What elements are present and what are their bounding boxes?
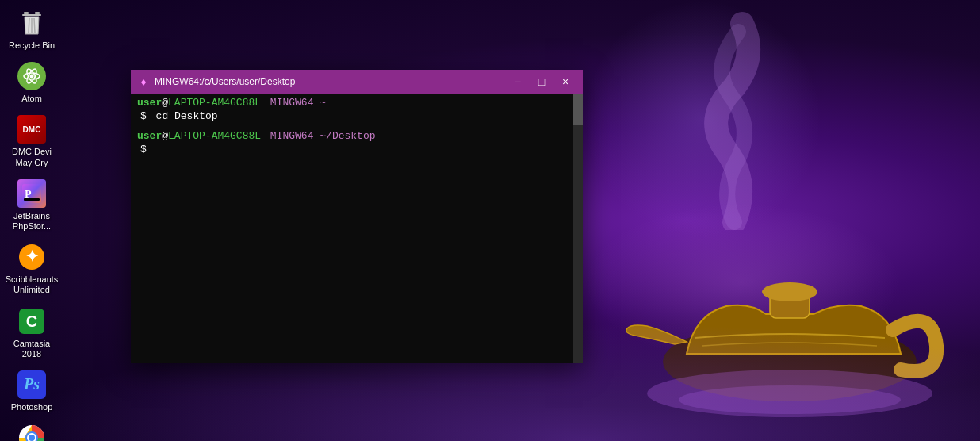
svg-rect-5	[24, 12, 29, 14]
terminal-window: ♦ MINGW64:/c/Users/user/Desktop − □ × us…	[131, 70, 583, 363]
svg-rect-6	[35, 12, 40, 14]
svg-rect-7	[22, 14, 41, 16]
minimize-button[interactable]: −	[507, 73, 529, 90]
desktop-icon-atom[interactable]: Atom	[2, 57, 62, 107]
atom-icon	[16, 60, 48, 92]
terminal-cmd-1: cd Desktop	[150, 110, 218, 122]
svg-point-14	[30, 75, 34, 79]
recycle-bin-label: Recycle Bin	[9, 40, 55, 51]
desktop-icon-camtasia[interactable]: C Camtasia 2018	[2, 302, 62, 362]
terminal-cursor	[150, 144, 156, 155]
svg-line-8	[29, 18, 29, 33]
terminal-prompt-2: $	[140, 144, 147, 155]
terminal-prompt-1: $	[140, 110, 147, 122]
svg-text:✦: ✦	[25, 247, 39, 265]
titlebar-controls: − □ ×	[507, 73, 576, 90]
desktop-icons-area: Recycle Bin Atom DMC DMC Devi May Cry	[0, 0, 63, 441]
terminal-scrollbar[interactable]	[573, 94, 583, 363]
photoshop-label: Photoshop	[11, 402, 53, 412]
camtasia-icon: C	[16, 305, 48, 337]
titlebar-left: ♦ MINGW64:/c/Users/user/Desktop	[137, 75, 295, 88]
terminal-app-icon: ♦	[137, 75, 150, 88]
terminal-path-2: ~/Desktop	[313, 130, 375, 142]
dmc-label: DMC Devi May Cry	[5, 147, 59, 167]
svg-text:C: C	[26, 313, 37, 330]
recycle-bin-icon	[16, 7, 48, 39]
camtasia-label: Camtasia 2018	[5, 339, 59, 359]
terminal-body[interactable]: user @ LAPTOP-AM4GC88L MINGW64 ~ $ cd De…	[131, 94, 583, 363]
terminal-line-2: $ cd Desktop	[137, 110, 576, 122]
terminal-host-1: LAPTOP-AM4GC88L	[168, 97, 261, 109]
svg-rect-17	[24, 198, 40, 201]
terminal-shell-2: MINGW64	[264, 130, 313, 142]
desktop-icon-photoshop[interactable]: Ps Photoshop	[2, 366, 62, 416]
photoshop-icon: Ps	[16, 369, 48, 401]
atom-label: Atom	[21, 94, 42, 104]
svg-point-25	[29, 435, 35, 441]
scribblenauts-icon: ✦	[16, 241, 48, 273]
terminal-user-1: user	[137, 97, 162, 109]
terminal-shell-1: MINGW64	[264, 97, 313, 109]
terminal-line-1: user @ LAPTOP-AM4GC88L MINGW64 ~	[137, 97, 576, 109]
svg-point-2	[762, 282, 817, 301]
terminal-line-3: user @ LAPTOP-AM4GC88L MINGW64 ~/Desktop	[137, 130, 576, 142]
desktop-icon-recycle-bin[interactable]: Recycle Bin	[2, 4, 62, 54]
chrome-icon	[16, 422, 48, 441]
terminal-host-2: LAPTOP-AM4GC88L	[168, 130, 261, 142]
terminal-line-4: $	[137, 144, 576, 155]
close-button[interactable]: ×	[554, 73, 576, 90]
svg-line-9	[34, 18, 35, 33]
terminal-scrollbar-thumb[interactable]	[573, 94, 583, 125]
restore-button[interactable]: □	[530, 73, 553, 90]
terminal-title: MINGW64:/c/Users/user/Desktop	[155, 76, 295, 87]
jetbrains-label: JetBrains PhpStor...	[5, 211, 59, 232]
scribblenauts-label: Scribblenauts Unlimited	[5, 274, 59, 295]
desktop-icon-scribblenauts[interactable]: ✦ Scribblenauts Unlimited	[2, 238, 62, 298]
terminal-titlebar: ♦ MINGW64:/c/Users/user/Desktop − □ ×	[131, 70, 583, 94]
dmc-icon: DMC	[16, 113, 48, 145]
smoke-decoration	[687, 8, 782, 230]
desktop-icon-jetbrains[interactable]: P JetBrains PhpStor...	[2, 174, 62, 235]
desktop-icon-dmc[interactable]: DMC DMC Devi May Cry	[2, 110, 62, 171]
jetbrains-icon: P	[16, 178, 48, 209]
desktop-icon-chrome[interactable]: Google Chrome	[2, 419, 62, 441]
terminal-user-2: user	[137, 130, 162, 142]
